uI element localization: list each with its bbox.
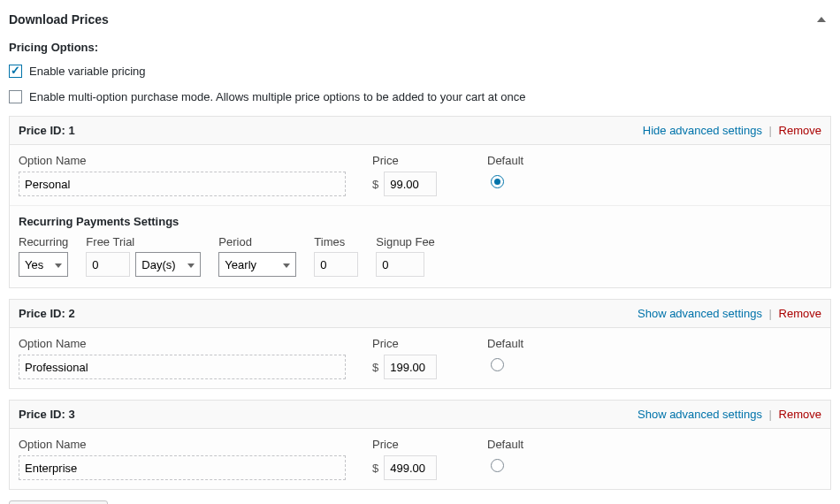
price-row-actions: Show advanced settings | Remove [638, 307, 821, 320]
recurring-select[interactable]: Yes [19, 252, 68, 277]
price-label: Price [372, 337, 452, 350]
signup-fee-label: Signup Fee [376, 235, 435, 248]
download-prices-panel: Download Prices Pricing Options: Enable … [0, 0, 840, 504]
price-id-label: Price ID: 2 [19, 307, 75, 320]
panel-title: Download Prices [9, 12, 109, 27]
enable-multi-option-label: Enable multi-option purchase mode. Allow… [29, 90, 526, 103]
times-input[interactable] [314, 252, 358, 277]
toggle-advanced-link[interactable]: Show advanced settings [638, 307, 762, 320]
price-row-header: Price ID: 1 Hide advanced settings | Rem… [10, 117, 830, 145]
enable-variable-pricing-label: Enable variable pricing [29, 65, 146, 78]
signup-fee-input[interactable] [376, 252, 424, 277]
enable-variable-pricing-row[interactable]: Enable variable pricing [9, 65, 831, 78]
remove-price-link[interactable]: Remove [779, 307, 821, 320]
price-fields-row: Option Name Price $ Default [10, 429, 830, 489]
enable-variable-pricing-checkbox[interactable] [9, 65, 22, 78]
action-separator: | [769, 408, 772, 421]
pricing-options-heading: Pricing Options: [9, 41, 831, 54]
action-separator: | [769, 307, 772, 320]
recurring-settings-row: Recurring Yes Free Trial Day(s) Per [10, 232, 830, 287]
free-trial-unit-select[interactable]: Day(s) [135, 252, 201, 277]
price-fields-row: Option Name Price $ Default [10, 328, 830, 388]
currency-symbol: $ [372, 178, 378, 191]
price-id-label: Price ID: 3 [19, 408, 75, 421]
default-label: Default [487, 337, 523, 350]
remove-price-link[interactable]: Remove [779, 408, 821, 421]
price-row-actions: Show advanced settings | Remove [638, 408, 821, 421]
enable-multi-option-checkbox[interactable] [9, 90, 22, 103]
price-id-label: Price ID: 1 [19, 124, 75, 137]
price-row-header: Price ID: 3 Show advanced settings | Rem… [10, 401, 830, 429]
price-fields-row: Option Name Price $ Default [10, 145, 830, 206]
collapse-toggle-icon[interactable] [817, 17, 826, 22]
price-row-header: Price ID: 2 Show advanced settings | Rem… [10, 300, 830, 328]
free-trial-label: Free Trial [86, 235, 201, 248]
price-label: Price [372, 154, 452, 167]
option-name-input[interactable] [19, 455, 346, 480]
default-radio[interactable] [491, 175, 504, 188]
price-input[interactable] [384, 455, 437, 480]
default-label: Default [487, 438, 523, 451]
times-label: Times [314, 235, 358, 248]
panel-header: Download Prices [0, 0, 840, 32]
currency-symbol: $ [372, 462, 378, 475]
remove-price-link[interactable]: Remove [779, 124, 821, 137]
toggle-advanced-link[interactable]: Show advanced settings [638, 408, 762, 421]
add-new-price-button[interactable]: Add New Price [9, 500, 108, 504]
option-name-label: Option Name [19, 438, 355, 451]
recurring-settings-heading: Recurring Payments Settings [10, 206, 830, 232]
price-label: Price [372, 438, 452, 451]
free-trial-qty-input[interactable] [86, 252, 130, 277]
option-name-input[interactable] [19, 355, 346, 379]
price-row-1: Price ID: 1 Hide advanced settings | Rem… [9, 116, 831, 288]
currency-symbol: $ [372, 361, 378, 374]
default-radio[interactable] [491, 459, 504, 472]
default-radio[interactable] [491, 358, 504, 371]
price-row-2: Price ID: 2 Show advanced settings | Rem… [9, 299, 831, 389]
price-input[interactable] [384, 172, 437, 196]
enable-multi-option-row[interactable]: Enable multi-option purchase mode. Allow… [9, 90, 831, 103]
option-name-label: Option Name [19, 337, 355, 350]
option-name-input[interactable] [19, 172, 346, 196]
price-input[interactable] [384, 355, 437, 379]
option-name-label: Option Name [19, 154, 355, 167]
action-separator: | [769, 124, 772, 137]
period-label: Period [218, 235, 296, 248]
period-select[interactable]: Yearly [218, 252, 296, 277]
default-label: Default [487, 154, 523, 167]
recurring-label: Recurring [19, 235, 68, 248]
toggle-advanced-link[interactable]: Hide advanced settings [643, 124, 762, 137]
price-row-3: Price ID: 3 Show advanced settings | Rem… [9, 400, 831, 490]
price-row-actions: Hide advanced settings | Remove [643, 124, 821, 137]
